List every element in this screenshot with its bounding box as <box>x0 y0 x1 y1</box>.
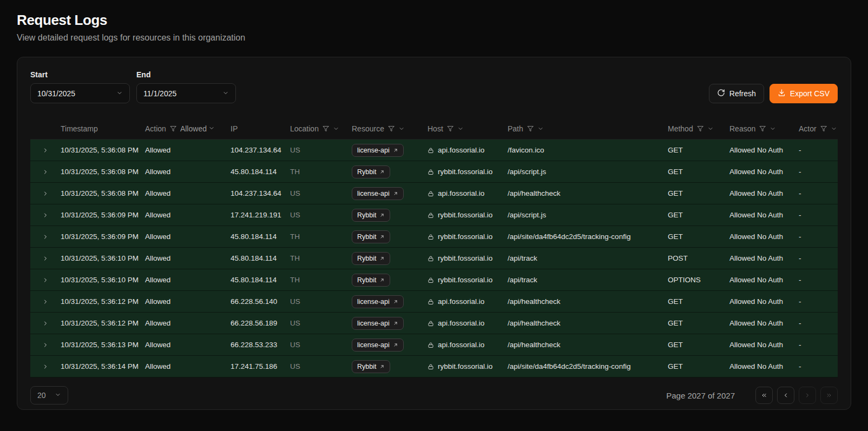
table-row[interactable]: 10/31/2025, 5:36:10 PM Allowed 45.80.184… <box>30 269 838 291</box>
cell-resource: license-api <box>347 317 423 330</box>
chevron-right-icon[interactable] <box>42 255 49 262</box>
lock-icon <box>428 342 434 348</box>
chevron-down-icon <box>208 124 215 133</box>
arrow-up-right-icon <box>379 213 385 218</box>
table-row[interactable]: 10/31/2025, 5:36:09 PM Allowed 45.80.184… <box>30 226 838 248</box>
cell-location: US <box>286 146 347 154</box>
resource-badge[interactable]: Rybbit <box>352 165 390 178</box>
chevron-down-icon[interactable] <box>770 125 776 132</box>
resource-badge[interactable]: license-api <box>352 317 404 330</box>
resource-badge[interactable]: Rybbit <box>352 252 390 265</box>
chevron-right-icon[interactable] <box>42 147 49 154</box>
resource-badge[interactable]: license-api <box>352 339 404 352</box>
action-filter-select[interactable]: Allowed <box>180 124 215 133</box>
expander-cell <box>30 277 56 283</box>
chevron-right-icon[interactable] <box>42 277 49 283</box>
cell-timestamp: 10/31/2025, 5:36:14 PM <box>56 362 141 370</box>
chevron-down-icon[interactable] <box>707 125 714 132</box>
cell-host: rybbit.fossorial.io <box>423 276 503 284</box>
resource-badge[interactable]: Rybbit <box>352 230 390 243</box>
table-row[interactable]: 10/31/2025, 5:36:08 PM Allowed 45.80.184… <box>30 161 838 183</box>
col-reason: Reason <box>725 124 794 133</box>
resource-badge[interactable]: Rybbit <box>352 360 390 373</box>
resource-badge[interactable]: Rybbit <box>352 209 390 222</box>
arrow-up-right-icon <box>379 169 385 175</box>
cell-location: US <box>286 297 347 306</box>
chevron-right-icon[interactable] <box>42 299 49 305</box>
filter-icon[interactable] <box>527 125 534 132</box>
cell-ip: 104.237.134.64 <box>226 189 286 197</box>
cell-reason: Allowed No Auth <box>725 254 794 262</box>
cell-location: TH <box>286 168 347 176</box>
cell-method: GET <box>663 211 725 219</box>
export-csv-button[interactable]: Export CSV <box>770 84 838 103</box>
cell-path: /favicon.ico <box>503 146 663 154</box>
chevron-down-icon[interactable] <box>537 125 544 132</box>
table-row[interactable]: 10/31/2025, 5:36:08 PM Allowed 104.237.1… <box>30 183 838 204</box>
next-page-button[interactable] <box>799 387 816 404</box>
resource-badge[interactable]: license-api <box>352 295 404 308</box>
cell-ip: 45.80.184.114 <box>226 168 286 176</box>
chevron-right-icon[interactable] <box>42 212 49 218</box>
chevron-right-icon[interactable] <box>42 190 49 197</box>
cell-action: Allowed <box>141 168 226 176</box>
cell-method: GET <box>663 319 725 327</box>
cell-actor: - <box>794 146 838 154</box>
cell-path: /api/track <box>503 254 663 262</box>
cell-method: GET <box>663 233 725 241</box>
start-date-select[interactable]: 10/31/2025 <box>30 83 130 103</box>
chevron-right-icon[interactable] <box>42 320 49 327</box>
cell-action: Allowed <box>141 319 226 327</box>
chevron-right-icon[interactable] <box>42 342 49 348</box>
cell-resource: Rybbit <box>347 230 423 243</box>
filter-icon[interactable] <box>447 125 453 132</box>
cell-method: POST <box>663 254 725 262</box>
refresh-button[interactable]: Refresh <box>709 84 764 103</box>
cell-action: Allowed <box>141 276 226 284</box>
chevron-down-icon[interactable] <box>831 125 837 132</box>
end-date-value: 11/1/2025 <box>143 89 176 98</box>
chevron-down-icon[interactable] <box>457 125 464 132</box>
chevron-down-icon[interactable] <box>333 125 339 132</box>
cell-timestamp: 10/31/2025, 5:36:08 PM <box>56 168 141 176</box>
cell-host: api.fossorial.io <box>423 189 503 197</box>
table-row[interactable]: 10/31/2025, 5:36:13 PM Allowed 66.228.53… <box>30 334 838 356</box>
expander-cell <box>30 342 56 348</box>
cell-reason: Allowed No Auth <box>725 341 794 349</box>
filter-icon[interactable] <box>820 125 827 132</box>
filter-icon[interactable] <box>170 125 176 132</box>
last-page-button[interactable] <box>820 387 838 404</box>
chevron-right-icon <box>804 392 811 399</box>
arrow-up-right-icon <box>393 191 398 196</box>
table-row[interactable]: 10/31/2025, 5:36:12 PM Allowed 66.228.56… <box>30 291 838 313</box>
previous-page-button[interactable] <box>777 387 794 404</box>
cell-method: GET <box>663 146 725 154</box>
filter-icon[interactable] <box>388 125 394 132</box>
chevron-right-icon[interactable] <box>42 363 49 370</box>
resource-badge[interactable]: license-api <box>352 144 404 157</box>
table-row[interactable]: 10/31/2025, 5:36:12 PM Allowed 66.228.56… <box>30 313 838 334</box>
filter-icon[interactable] <box>759 125 766 132</box>
page-subtitle: View detailed request logs for resources… <box>17 33 851 43</box>
resource-badge[interactable]: Rybbit <box>352 274 390 287</box>
chevron-right-icon[interactable] <box>42 234 49 240</box>
end-date-select[interactable]: 11/1/2025 <box>136 83 236 103</box>
col-timestamp: Timestamp <box>56 124 141 133</box>
cell-action: Allowed <box>141 362 226 370</box>
lock-icon <box>428 320 434 327</box>
filter-icon[interactable] <box>697 125 703 132</box>
table-row[interactable]: 10/31/2025, 5:36:08 PM Allowed 104.237.1… <box>30 140 838 161</box>
page-title: Request Logs <box>17 12 851 29</box>
filter-icon[interactable] <box>323 125 329 132</box>
first-page-button[interactable] <box>755 387 773 404</box>
table-row[interactable]: 10/31/2025, 5:36:09 PM Allowed 17.241.21… <box>30 204 838 226</box>
resource-badge[interactable]: license-api <box>352 187 404 200</box>
table-row[interactable]: 10/31/2025, 5:36:14 PM Allowed 17.241.75… <box>30 356 838 377</box>
page-size-select[interactable]: 20 <box>30 386 68 405</box>
chevron-down-icon[interactable] <box>398 125 405 132</box>
cell-location: TH <box>286 254 347 262</box>
cell-method: GET <box>663 168 725 176</box>
chevron-right-icon[interactable] <box>42 169 49 175</box>
cell-path: /api/healthcheck <box>503 341 663 349</box>
table-row[interactable]: 10/31/2025, 5:36:10 PM Allowed 45.80.184… <box>30 248 838 269</box>
